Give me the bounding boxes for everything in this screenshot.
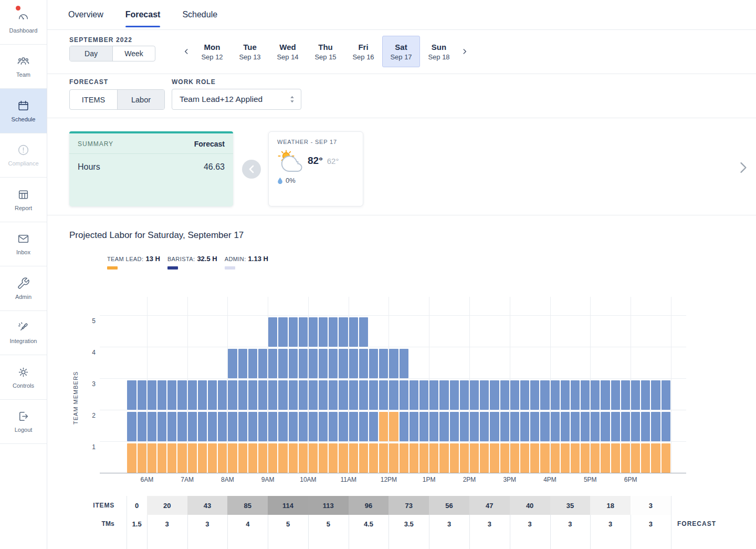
day-cell-sep-12[interactable]: MonSep 12 [193, 36, 231, 67]
table-forecast-label: FORECAST [677, 520, 716, 527]
day-cell-sep-14[interactable]: WedSep 14 [269, 36, 307, 67]
precip-value: 0% [286, 177, 296, 184]
labor-bar-segment [400, 443, 408, 473]
labor-bar-segment [127, 443, 136, 473]
tab-schedule[interactable]: Schedule [182, 10, 217, 19]
sidebar-item-inbox[interactable]: Inbox [0, 222, 47, 267]
toggle-labor[interactable]: Labor [117, 90, 164, 109]
tab-overview[interactable]: Overview [68, 10, 103, 19]
day-date: Sep 12 [201, 53, 223, 61]
labor-bar-segment [601, 412, 610, 441]
day-week-toggle: Day Week [69, 46, 155, 61]
sidebar-item-schedule[interactable]: Schedule [0, 89, 47, 133]
sun-cloud-icon [277, 149, 304, 172]
day-cell-sep-15[interactable]: ThuSep 15 [307, 36, 344, 67]
labor-bar-segment [389, 380, 398, 410]
labor-bar-segment [268, 443, 277, 473]
toggle-day[interactable]: Day [70, 46, 112, 61]
tms-forecast-cell: 3 [469, 516, 510, 532]
report-icon [17, 188, 30, 201]
labor-bar-segment [359, 412, 368, 441]
items-forecast-cell: 0 [127, 496, 146, 515]
labor-bar-segment [248, 380, 257, 410]
sidebar-item-integration[interactable]: Integration [0, 311, 47, 356]
labor-bar-segment [138, 412, 146, 441]
sidebar-item-dashboard[interactable]: Dashboard [0, 0, 47, 45]
labor-bar-segment [167, 412, 176, 441]
tms-forecast-cell: 3 [187, 516, 228, 532]
labor-bar-segment [389, 443, 398, 473]
day-cell-sep-13[interactable]: TueSep 13 [231, 36, 269, 67]
chart-gridline-h [100, 378, 686, 379]
toggle-items[interactable]: ITEMS [70, 90, 117, 109]
labor-bar-segment [177, 412, 186, 441]
work-role-select[interactable]: Team Lead+12 Applied [172, 89, 301, 110]
labor-bar-segment [530, 380, 539, 410]
tms-forecast-cell: 4 [227, 516, 268, 532]
labor-bar-segment [258, 349, 267, 378]
sidebar-item-report[interactable]: Report [0, 178, 47, 222]
prev-day-chevron[interactable] [180, 36, 193, 67]
sidebar-item-logout[interactable]: Logout [0, 400, 47, 444]
high-temp: 82° [308, 155, 323, 167]
labor-bar-segment [218, 443, 227, 473]
carousel-prev-button[interactable] [242, 160, 261, 179]
items-forecast-cell: 85 [227, 496, 268, 515]
labor-bar-segment [268, 349, 277, 378]
labor-bar-segment [238, 443, 247, 473]
day-cell-sep-18[interactable]: SunSep 18 [420, 36, 458, 67]
labor-bar-segment [429, 380, 438, 410]
tms-forecast-cell: 3.5 [388, 516, 429, 532]
labor-bar-segment [540, 412, 549, 441]
labor-bar-segment [268, 317, 277, 347]
labor-bar-segment [188, 412, 197, 441]
labor-bar-segment [651, 412, 660, 441]
gear-icon [17, 366, 30, 379]
summary-card-type: Forecast [194, 140, 225, 148]
sidebar-nav: Dashboard Team Schedule Compliance Repor… [0, 0, 47, 549]
labor-bar-segment [238, 412, 247, 441]
y-axis-tick-label: 2 [82, 412, 96, 419]
next-day-chevron[interactable] [458, 36, 471, 67]
labor-bar-segment [500, 412, 509, 441]
labor-bar-segment [258, 412, 267, 441]
items-forecast-cell: 114 [268, 496, 308, 515]
labor-bar-segment [591, 443, 600, 473]
summary-cards-row: SUMMARY Forecast Hours 46.63 WEATHER - S… [47, 118, 756, 215]
labor-bar-segment [208, 380, 217, 410]
labor-chart-section: Projected Labor for Saturday, September … [47, 215, 756, 549]
x-axis-hour-label: 7AM [173, 476, 202, 483]
x-axis-hour-label: 4PM [536, 476, 565, 483]
sidebar-item-controls[interactable]: Controls [0, 355, 47, 400]
day-cell-sep-17[interactable]: SatSep 17 [382, 36, 420, 67]
day-date: Sep 15 [314, 53, 336, 61]
labor-bar-segment [621, 443, 630, 473]
labor-bar-segment [127, 380, 136, 410]
labor-bar-segment [510, 443, 519, 473]
labor-bar-segment [460, 443, 469, 473]
tab-forecast[interactable]: Forecast [125, 10, 161, 19]
day-cell-sep-16[interactable]: FriSep 16 [344, 36, 382, 67]
day-date: Sep 14 [277, 53, 298, 61]
sidebar-item-admin[interactable]: Admin [0, 266, 47, 311]
labor-bar-segment [662, 443, 670, 473]
chart-gridline-h [100, 347, 686, 347]
sidebar-item-team[interactable]: Team [0, 45, 47, 89]
labor-bar-segment [198, 380, 207, 410]
labor-bar-segment [329, 412, 338, 441]
inbox-envelope-icon [17, 232, 30, 245]
carousel-next-button[interactable] [739, 161, 748, 174]
wrench-icon [17, 277, 30, 290]
labor-bar-segment [480, 412, 489, 441]
labor-bar-segment [470, 380, 479, 410]
labor-bar-segment [289, 317, 298, 347]
labor-bar-segment [329, 380, 338, 410]
sidebar-item-label: Dashboard [9, 28, 38, 34]
table-column-separator [127, 496, 127, 549]
labor-bar-segment [349, 412, 358, 441]
sidebar-item-compliance[interactable]: Compliance [0, 133, 47, 178]
toggle-week[interactable]: Week [112, 46, 155, 61]
labor-bar-segment [349, 380, 358, 410]
labor-bar-segment [410, 443, 418, 473]
labor-bar-segment [551, 412, 560, 441]
